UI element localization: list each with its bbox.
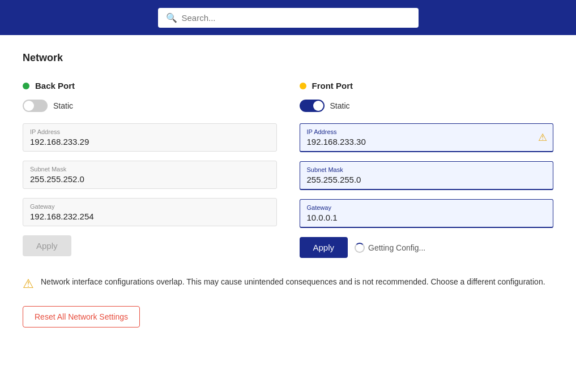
back-port-dot xyxy=(23,83,29,89)
warning-triangle-icon: ⚠ xyxy=(23,277,34,291)
front-port-static-label: Static xyxy=(330,101,350,110)
front-port-apply-row: Apply Getting Config... xyxy=(300,237,554,258)
search-input[interactable] xyxy=(182,13,411,23)
main-content: Network Back Port Static IP Address 192.… xyxy=(0,35,576,392)
back-port-subnet-box: Subnet Mask 255.255.252.0 xyxy=(23,161,277,189)
front-port-apply-button[interactable]: Apply xyxy=(300,237,348,258)
back-port-apply-button[interactable]: Apply xyxy=(23,235,71,256)
front-port-ip-label: IP Address xyxy=(307,128,547,135)
topbar: 🔍 xyxy=(0,0,576,35)
warning-banner: ⚠ Network interface configurations overl… xyxy=(23,274,553,294)
reset-network-button[interactable]: Reset All Network Settings xyxy=(23,306,140,328)
ip-warning-icon: ⚠ xyxy=(538,131,547,144)
front-port-label: Front Port xyxy=(312,81,353,91)
back-port-section: Back Port Static IP Address 192.168.233.… xyxy=(23,81,277,258)
back-port-header: Back Port xyxy=(23,81,277,91)
back-port-ip-value: 192.168.233.29 xyxy=(30,137,270,147)
back-port-ip-label: IP Address xyxy=(30,128,270,135)
front-port-gateway-group: Gateway 10.0.0.1 xyxy=(300,199,554,228)
back-port-subnet-value: 255.255.252.0 xyxy=(30,174,270,184)
front-port-subnet-value: 255.255.255.0 xyxy=(307,175,547,184)
warning-message: Network interface configurations overlap… xyxy=(41,276,545,288)
front-port-subnet-label: Subnet Mask xyxy=(307,166,547,173)
getting-config-status: Getting Config... xyxy=(368,243,425,252)
back-port-ip-group: IP Address 192.168.233.29 xyxy=(23,123,277,152)
front-port-subnet-box: Subnet Mask 255.255.255.0 xyxy=(300,161,554,190)
front-port-ip-box: IP Address 192.168.233.30 ⚠ xyxy=(300,123,554,152)
front-port-header: Front Port xyxy=(300,81,554,91)
front-port-static-row: Static xyxy=(300,100,554,112)
back-port-apply-row: Apply xyxy=(23,235,277,256)
back-port-label: Back Port xyxy=(35,81,75,91)
front-port-gateway-label: Gateway xyxy=(307,204,547,211)
front-port-gateway-value: 10.0.0.1 xyxy=(307,213,547,222)
network-grid: Back Port Static IP Address 192.168.233.… xyxy=(23,81,553,258)
back-port-subnet-group: Subnet Mask 255.255.252.0 xyxy=(23,161,277,189)
back-port-ip-box: IP Address 192.168.233.29 xyxy=(23,123,277,152)
front-port-apply-container: Apply Getting Config... xyxy=(300,237,554,258)
back-port-gateway-group: Gateway 192.168.232.254 xyxy=(23,198,277,226)
search-icon: 🔍 xyxy=(166,12,177,23)
page-title: Network xyxy=(23,52,553,64)
back-port-static-row: Static xyxy=(23,100,277,112)
front-port-section: Front Port Static IP Address 192.168.233… xyxy=(300,81,554,258)
back-port-gateway-value: 192.168.232.254 xyxy=(30,212,270,221)
search-container: 🔍 xyxy=(158,8,419,28)
front-port-subnet-group: Subnet Mask 255.255.255.0 xyxy=(300,161,554,190)
back-port-static-toggle[interactable] xyxy=(23,100,48,112)
front-port-static-toggle[interactable] xyxy=(300,100,325,112)
back-port-subnet-label: Subnet Mask xyxy=(30,166,270,173)
back-port-gateway-box: Gateway 192.168.232.254 xyxy=(23,198,277,226)
front-port-ip-group: IP Address 192.168.233.30 ⚠ xyxy=(300,123,554,152)
front-port-ip-value: 192.168.233.30 xyxy=(307,137,547,147)
front-port-gateway-box: Gateway 10.0.0.1 xyxy=(300,199,554,228)
front-port-dot xyxy=(300,83,306,89)
loading-spinner xyxy=(355,243,365,253)
back-port-static-label: Static xyxy=(53,101,73,110)
back-port-gateway-label: Gateway xyxy=(30,203,270,210)
